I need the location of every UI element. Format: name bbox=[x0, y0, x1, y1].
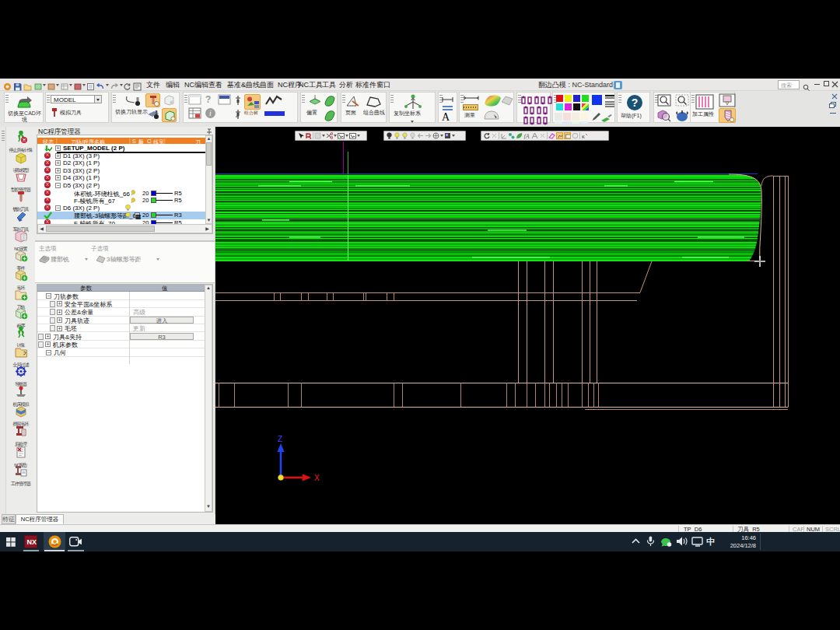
svg-text:κ: κ bbox=[582, 133, 585, 140]
svg-text:X: X bbox=[314, 474, 320, 482]
svg-text:Z: Z bbox=[278, 435, 282, 443]
svg-text:fA: fA bbox=[524, 133, 530, 139]
